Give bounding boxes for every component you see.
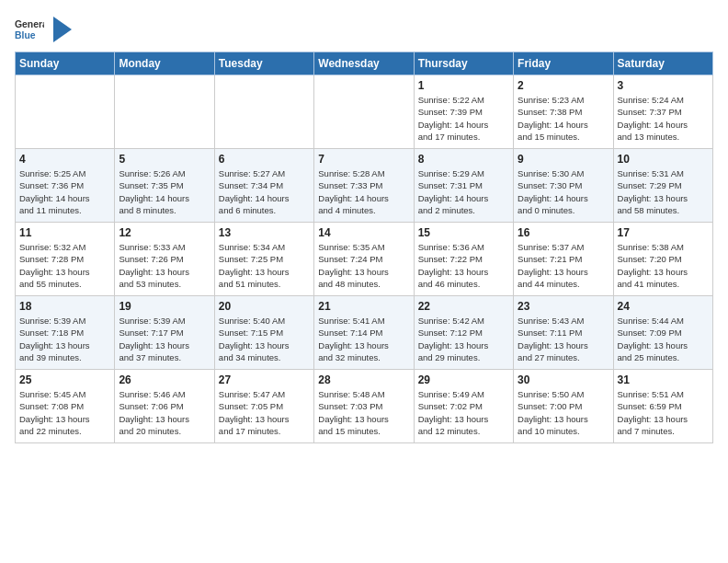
day-number: 12 <box>119 226 210 239</box>
day-detail: Sunrise: 5:38 AM Sunset: 7:20 PM Dayligh… <box>618 241 709 290</box>
day-detail: Sunrise: 5:43 AM Sunset: 7:11 PM Dayligh… <box>518 315 609 363</box>
day-detail: Sunrise: 5:42 AM Sunset: 7:12 PM Dayligh… <box>418 315 509 363</box>
day-number: 9 <box>518 153 609 166</box>
calendar-cell: 26Sunrise: 5:46 AM Sunset: 7:06 PM Dayli… <box>115 370 214 443</box>
col-header-sunday: Sunday <box>16 52 115 75</box>
day-detail: Sunrise: 5:39 AM Sunset: 7:17 PM Dayligh… <box>119 315 210 363</box>
day-number: 15 <box>418 226 509 239</box>
calendar-cell: 27Sunrise: 5:47 AM Sunset: 7:05 PM Dayli… <box>214 370 313 443</box>
day-detail: Sunrise: 5:46 AM Sunset: 7:06 PM Dayligh… <box>119 388 210 437</box>
day-detail: Sunrise: 5:24 AM Sunset: 7:37 PM Dayligh… <box>618 94 709 143</box>
calendar-week-row: 4Sunrise: 5:25 AM Sunset: 7:36 PM Daylig… <box>16 149 713 223</box>
calendar-cell: 16Sunrise: 5:37 AM Sunset: 7:21 PM Dayli… <box>514 223 613 296</box>
calendar-cell <box>214 75 313 149</box>
day-detail: Sunrise: 5:22 AM Sunset: 7:39 PM Dayligh… <box>418 94 509 143</box>
day-number: 20 <box>219 300 310 313</box>
calendar-cell: 14Sunrise: 5:35 AM Sunset: 7:24 PM Dayli… <box>314 223 414 296</box>
day-number: 29 <box>418 373 509 386</box>
calendar-week-row: 1Sunrise: 5:22 AM Sunset: 7:39 PM Daylig… <box>16 75 713 149</box>
day-number: 26 <box>119 373 210 386</box>
day-detail: Sunrise: 5:41 AM Sunset: 7:14 PM Dayligh… <box>318 315 409 363</box>
calendar-cell: 20Sunrise: 5:40 AM Sunset: 7:15 PM Dayli… <box>214 296 313 370</box>
calendar-cell: 29Sunrise: 5:49 AM Sunset: 7:02 PM Dayli… <box>414 370 513 443</box>
day-number: 19 <box>119 300 210 313</box>
day-number: 31 <box>618 373 709 386</box>
calendar-cell: 19Sunrise: 5:39 AM Sunset: 7:17 PM Dayli… <box>115 296 214 370</box>
day-number: 3 <box>618 79 709 92</box>
calendar-cell: 10Sunrise: 5:31 AM Sunset: 7:29 PM Dayli… <box>613 149 712 223</box>
day-number: 14 <box>318 226 409 239</box>
calendar-cell: 31Sunrise: 5:51 AM Sunset: 6:59 PM Dayli… <box>613 370 712 443</box>
calendar-cell: 2Sunrise: 5:23 AM Sunset: 7:38 PM Daylig… <box>514 75 613 149</box>
col-header-wednesday: Wednesday <box>314 52 414 75</box>
day-detail: Sunrise: 5:40 AM Sunset: 7:15 PM Dayligh… <box>219 315 310 363</box>
day-number: 23 <box>518 300 609 313</box>
day-number: 30 <box>518 373 609 386</box>
day-number: 27 <box>219 373 310 386</box>
calendar-cell: 6Sunrise: 5:27 AM Sunset: 7:34 PM Daylig… <box>214 149 313 223</box>
day-number: 17 <box>618 226 709 239</box>
calendar-cell: 7Sunrise: 5:28 AM Sunset: 7:33 PM Daylig… <box>314 149 414 223</box>
col-header-thursday: Thursday <box>414 52 513 75</box>
day-detail: Sunrise: 5:23 AM Sunset: 7:38 PM Dayligh… <box>518 94 609 143</box>
calendar-week-row: 18Sunrise: 5:39 AM Sunset: 7:18 PM Dayli… <box>16 296 713 370</box>
day-number: 8 <box>418 153 509 166</box>
calendar-cell: 13Sunrise: 5:34 AM Sunset: 7:25 PM Dayli… <box>214 223 313 296</box>
calendar-cell: 28Sunrise: 5:48 AM Sunset: 7:03 PM Dayli… <box>314 370 414 443</box>
calendar-cell: 3Sunrise: 5:24 AM Sunset: 7:37 PM Daylig… <box>613 75 712 149</box>
day-detail: Sunrise: 5:29 AM Sunset: 7:31 PM Dayligh… <box>418 167 509 216</box>
day-detail: Sunrise: 5:51 AM Sunset: 6:59 PM Dayligh… <box>618 388 709 437</box>
day-detail: Sunrise: 5:34 AM Sunset: 7:25 PM Dayligh… <box>219 241 310 290</box>
calendar-cell: 17Sunrise: 5:38 AM Sunset: 7:20 PM Dayli… <box>613 223 712 296</box>
day-detail: Sunrise: 5:28 AM Sunset: 7:33 PM Dayligh… <box>318 167 409 216</box>
calendar-cell: 24Sunrise: 5:44 AM Sunset: 7:09 PM Dayli… <box>613 296 712 370</box>
calendar-cell: 22Sunrise: 5:42 AM Sunset: 7:12 PM Dayli… <box>414 296 513 370</box>
calendar-cell: 15Sunrise: 5:36 AM Sunset: 7:22 PM Dayli… <box>414 223 513 296</box>
day-detail: Sunrise: 5:49 AM Sunset: 7:02 PM Dayligh… <box>418 388 509 437</box>
day-detail: Sunrise: 5:26 AM Sunset: 7:35 PM Dayligh… <box>119 167 210 216</box>
calendar-cell: 18Sunrise: 5:39 AM Sunset: 7:18 PM Dayli… <box>16 296 115 370</box>
day-detail: Sunrise: 5:39 AM Sunset: 7:18 PM Dayligh… <box>19 315 110 363</box>
col-header-monday: Monday <box>115 52 214 75</box>
logo-arrow-icon <box>53 17 72 42</box>
day-number: 18 <box>19 300 110 313</box>
calendar-table: SundayMondayTuesdayWednesdayThursdayFrid… <box>15 52 713 443</box>
col-header-saturday: Saturday <box>613 52 712 75</box>
day-detail: Sunrise: 5:35 AM Sunset: 7:24 PM Dayligh… <box>318 241 409 290</box>
calendar-cell: 21Sunrise: 5:41 AM Sunset: 7:14 PM Dayli… <box>314 296 414 370</box>
day-detail: Sunrise: 5:45 AM Sunset: 7:08 PM Dayligh… <box>19 388 110 437</box>
day-number: 5 <box>119 153 210 166</box>
svg-text:Blue: Blue <box>15 30 36 40</box>
svg-marker-3 <box>53 17 72 42</box>
calendar-week-row: 11Sunrise: 5:32 AM Sunset: 7:28 PM Dayli… <box>16 223 713 296</box>
day-number: 7 <box>318 153 409 166</box>
day-number: 11 <box>19 226 110 239</box>
calendar-cell: 23Sunrise: 5:43 AM Sunset: 7:11 PM Dayli… <box>514 296 613 370</box>
calendar-cell: 12Sunrise: 5:33 AM Sunset: 7:26 PM Dayli… <box>115 223 214 296</box>
day-detail: Sunrise: 5:44 AM Sunset: 7:09 PM Dayligh… <box>618 315 709 363</box>
day-detail: Sunrise: 5:48 AM Sunset: 7:03 PM Dayligh… <box>318 388 409 437</box>
logo: General Blue <box>15 15 72 44</box>
calendar-cell <box>314 75 414 149</box>
day-number: 1 <box>418 79 509 92</box>
calendar-cell: 8Sunrise: 5:29 AM Sunset: 7:31 PM Daylig… <box>414 149 513 223</box>
col-header-tuesday: Tuesday <box>214 52 313 75</box>
calendar-header-row: SundayMondayTuesdayWednesdayThursdayFrid… <box>16 52 713 75</box>
day-detail: Sunrise: 5:37 AM Sunset: 7:21 PM Dayligh… <box>518 241 609 290</box>
day-number: 25 <box>19 373 110 386</box>
calendar-cell <box>16 75 115 149</box>
day-number: 6 <box>219 153 310 166</box>
col-header-friday: Friday <box>514 52 613 75</box>
day-number: 16 <box>518 226 609 239</box>
calendar-cell: 9Sunrise: 5:30 AM Sunset: 7:30 PM Daylig… <box>514 149 613 223</box>
day-number: 2 <box>518 79 609 92</box>
day-number: 24 <box>618 300 709 313</box>
day-number: 13 <box>219 226 310 239</box>
calendar-cell: 1Sunrise: 5:22 AM Sunset: 7:39 PM Daylig… <box>414 75 513 149</box>
day-detail: Sunrise: 5:25 AM Sunset: 7:36 PM Dayligh… <box>19 167 110 216</box>
calendar-cell: 25Sunrise: 5:45 AM Sunset: 7:08 PM Dayli… <box>16 370 115 443</box>
day-number: 10 <box>618 153 709 166</box>
calendar-cell: 4Sunrise: 5:25 AM Sunset: 7:36 PM Daylig… <box>16 149 115 223</box>
day-detail: Sunrise: 5:32 AM Sunset: 7:28 PM Dayligh… <box>19 241 110 290</box>
day-detail: Sunrise: 5:30 AM Sunset: 7:30 PM Dayligh… <box>518 167 609 216</box>
